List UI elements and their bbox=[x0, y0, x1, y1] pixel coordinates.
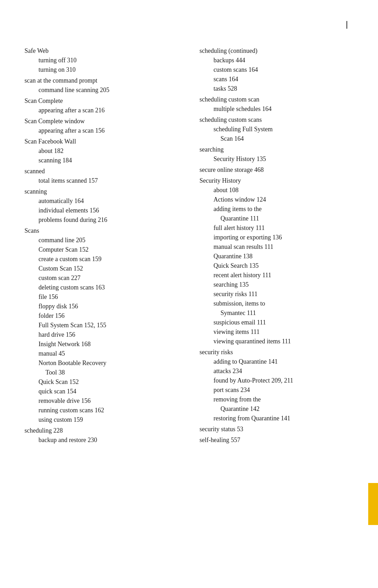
sub-entry: Actions window 124 bbox=[200, 195, 354, 204]
sub-entry: turning on 310 bbox=[24, 65, 178, 75]
sub-entry: create a custom scan 159 bbox=[24, 254, 178, 264]
index-entry-group: searchingSecurity History 135 bbox=[200, 145, 354, 164]
sub-entry: about 182 bbox=[24, 146, 178, 156]
sub-entry: Insight Network 168 bbox=[24, 340, 178, 349]
sub-entry: turning off 310 bbox=[24, 56, 178, 65]
header-text bbox=[340, 21, 354, 29]
page-container: Safe Webturning off 310turning on 310sca… bbox=[0, 0, 378, 588]
sub-entry: custom scans 164 bbox=[200, 65, 354, 75]
sub-entry: multiple schedules 164 bbox=[200, 104, 354, 114]
index-entry-group: scheduling 228backup and restore 230 bbox=[24, 426, 178, 445]
page-header bbox=[24, 21, 354, 29]
sub-entry: hard drive 156 bbox=[24, 330, 178, 340]
sub-entry: searching 135 bbox=[200, 280, 354, 289]
sub-entry: found by Auto-Protect 209, 211 bbox=[200, 376, 354, 385]
main-entry: Safe Web bbox=[24, 46, 178, 56]
sub-entry: about 108 bbox=[200, 186, 354, 195]
sub-entry: backup and restore 230 bbox=[24, 435, 178, 445]
sub-entry: adding items to the bbox=[200, 204, 354, 214]
header-divider bbox=[346, 21, 347, 29]
sub-entry: Full System Scan 152, 155 bbox=[24, 321, 178, 330]
sub-entry: individual elements 156 bbox=[24, 206, 178, 215]
sub-entry: Computer Scan 152 bbox=[24, 245, 178, 254]
sub-entry: Quick Search 135 bbox=[200, 261, 354, 271]
index-entry-group: scanningautomatically 164individual elem… bbox=[24, 187, 178, 225]
sub-entry: scanning 184 bbox=[24, 156, 178, 165]
main-entry: security risks bbox=[200, 348, 354, 357]
sub-entry: attacks 234 bbox=[200, 366, 354, 376]
main-entry: Scans bbox=[24, 226, 178, 236]
sub-entry: Symantec 111 bbox=[200, 308, 354, 318]
sub-entry: Norton Bootable Recovery bbox=[24, 358, 178, 368]
main-entry: scanning bbox=[24, 187, 178, 196]
sub-entry: Quick Scan 152 bbox=[24, 377, 178, 387]
sub-entry: Scan 164 bbox=[200, 134, 354, 144]
sub-entry: Quarantine 138 bbox=[200, 252, 354, 261]
left-column: Safe Webturning off 310turning on 310sca… bbox=[24, 46, 178, 446]
index-entry-group: Scan Completeappearing after a scan 216 bbox=[24, 96, 178, 115]
sub-entry: viewing quarantined items 111 bbox=[200, 337, 354, 346]
sub-entry: floppy disk 156 bbox=[24, 302, 178, 311]
sub-entry: viewing items 111 bbox=[200, 327, 354, 337]
sub-entry: scans 164 bbox=[200, 75, 354, 84]
sub-entry: tasks 528 bbox=[200, 84, 354, 93]
index-columns: Safe Webturning off 310turning on 310sca… bbox=[24, 46, 354, 446]
sub-entry: scheduling Full System bbox=[200, 125, 354, 134]
main-entry: scan at the command prompt bbox=[24, 76, 178, 85]
sub-entry: manual 45 bbox=[24, 349, 178, 358]
sub-entry: appearing after a scan 156 bbox=[24, 126, 178, 135]
sub-entry: recent alert history 111 bbox=[200, 271, 354, 280]
sub-entry: Quarantine 142 bbox=[200, 404, 354, 414]
sub-entry: suspicious email 111 bbox=[200, 318, 354, 327]
sub-entry: file 156 bbox=[24, 292, 178, 302]
index-entry-group: secure online storage 468 bbox=[200, 165, 354, 175]
main-entry: security status 53 bbox=[200, 425, 354, 434]
sub-entry: port scans 234 bbox=[200, 385, 354, 395]
sub-entry: Tool 38 bbox=[24, 368, 178, 377]
main-entry: scheduling custom scans bbox=[200, 115, 354, 125]
index-entry-group: Safe Webturning off 310turning on 310 bbox=[24, 46, 178, 75]
index-entry-group: self-healing 557 bbox=[200, 435, 354, 445]
sub-entry: deleting custom scans 163 bbox=[24, 283, 178, 292]
index-entry-group: scheduling (continued)backups 444custom … bbox=[200, 46, 354, 93]
index-entry-group: scheduling custom scansscheduling Full S… bbox=[200, 115, 354, 144]
sub-entry: manual scan results 111 bbox=[200, 242, 354, 252]
sub-entry: removable drive 156 bbox=[24, 396, 178, 406]
main-entry: secure online storage 468 bbox=[200, 165, 354, 175]
sub-entry: appearing after a scan 216 bbox=[24, 106, 178, 115]
index-entry-group: security risksadding to Quarantine 141at… bbox=[200, 348, 354, 423]
main-entry: Scan Complete bbox=[24, 96, 178, 106]
main-entry: Security History bbox=[200, 176, 354, 186]
sub-entry: automatically 164 bbox=[24, 196, 178, 206]
index-entry-group: Scan Facebook Wallabout 182scanning 184 bbox=[24, 137, 178, 165]
main-entry: scanned bbox=[24, 167, 178, 176]
index-entry-group: Scan Complete windowappearing after a sc… bbox=[24, 117, 178, 135]
sub-entry: removing from the bbox=[200, 395, 354, 404]
sub-entry: total items scanned 157 bbox=[24, 176, 178, 186]
main-entry: scheduling 228 bbox=[24, 426, 178, 435]
main-entry: searching bbox=[200, 145, 354, 154]
sub-entry: Quarantine 111 bbox=[200, 214, 354, 223]
sub-entry: importing or exporting 136 bbox=[200, 233, 354, 242]
main-entry: self-healing 557 bbox=[200, 435, 354, 445]
index-entry-group: Security Historyabout 108Actions window … bbox=[200, 176, 354, 346]
main-entry: scheduling custom scan bbox=[200, 95, 354, 104]
sub-entry: running custom scans 162 bbox=[24, 406, 178, 415]
sub-entry: quick scan 154 bbox=[24, 387, 178, 396]
sub-entry: submission, items to bbox=[200, 299, 354, 308]
index-entry-group: scheduling custom scanmultiple schedules… bbox=[200, 95, 354, 114]
sub-entry: Security History 135 bbox=[200, 154, 354, 164]
sub-entry: problems found during 216 bbox=[24, 215, 178, 225]
yellow-tab bbox=[368, 483, 378, 525]
sub-entry: adding to Quarantine 141 bbox=[200, 357, 354, 366]
sub-entry: security risks 111 bbox=[200, 289, 354, 299]
main-entry: scheduling (continued) bbox=[200, 46, 354, 56]
sub-entry: custom scan 227 bbox=[24, 273, 178, 283]
sub-entry: using custom 159 bbox=[24, 415, 178, 425]
sub-entry: restoring from Quarantine 141 bbox=[200, 414, 354, 423]
right-column: scheduling (continued)backups 444custom … bbox=[200, 46, 354, 446]
index-entry-group: security status 53 bbox=[200, 425, 354, 434]
main-entry: Scan Complete window bbox=[24, 117, 178, 126]
index-entry-group: Scanscommand line 205Computer Scan 152cr… bbox=[24, 226, 178, 425]
sub-entry: Custom Scan 152 bbox=[24, 264, 178, 273]
